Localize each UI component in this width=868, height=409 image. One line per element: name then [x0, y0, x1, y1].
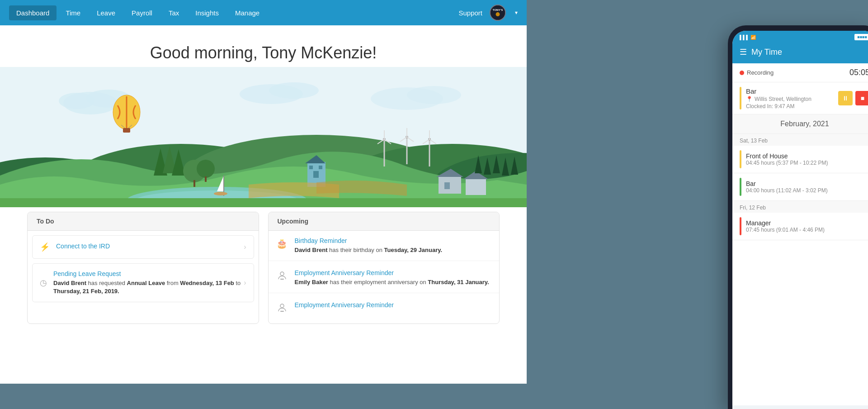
upcoming-item-anniversary-2[interactable]: Employment Anniversary Reminder [269, 295, 500, 322]
svg-rect-56 [466, 178, 486, 195]
upcoming-birthday-content: Birthday Reminder David Brent has their … [295, 237, 492, 254]
todo-card-header: To Do [28, 212, 259, 231]
svg-rect-55 [444, 182, 450, 189]
entry-time-manager: 07:45 hours (9:01 AM - 4:46 PM) [746, 227, 863, 233]
greeting-text: Good morning, Tony McKenzie! [0, 43, 527, 62]
recording-bar: Recording 05:05 [732, 63, 868, 82]
svg-rect-28 [193, 180, 195, 187]
svg-rect-65 [280, 279, 284, 280]
nav-item-leave[interactable]: Leave [90, 5, 123, 20]
upcoming-anniversary-1-desc: Emily Baker has their employment anniver… [295, 278, 492, 286]
phone-content: Recording 05:05 Bar 📍 Willis Street, Wel… [732, 63, 868, 405]
svg-rect-37 [319, 166, 322, 169]
pause-shift-button[interactable]: ⏸ [838, 91, 853, 105]
anniversary-icon-1 [276, 270, 288, 283]
entry-time-foh: 04:45 hours (5:37 PM - 10:22 PM) [746, 160, 863, 166]
svg-rect-63 [0, 198, 527, 207]
svg-rect-36 [309, 166, 313, 169]
entry-name-bar: Bar [746, 180, 863, 187]
upcoming-birthday-desc: David Brent has their birthday on Tuesda… [295, 246, 492, 254]
stop-shift-button[interactable]: ■ [855, 91, 868, 105]
svg-point-64 [280, 272, 284, 276]
svg-rect-29 [205, 176, 207, 182]
todo-ird-title: Connect to the IRD [56, 243, 244, 250]
entry-time-bar: 04:00 hours (11:02 AM - 3:02 PM) [746, 187, 863, 194]
svg-rect-67 [280, 311, 284, 312]
entry-bar-yellow [740, 150, 741, 168]
todo-ird-chevron: › [244, 243, 246, 251]
nav-item-manage[interactable]: Manage [228, 5, 267, 20]
date-label-sat: Sat, 13 Feb [732, 134, 868, 146]
shift-location: 📍 Willis Street, Wellington [746, 96, 834, 102]
recording-dot [740, 71, 744, 75]
entry-bar-red [740, 217, 741, 235]
entry-front-of-house[interactable]: Front of House 04:45 hours (5:37 PM - 10… [732, 146, 868, 173]
month-header: February, 2021 [732, 114, 868, 134]
phone-app-title: My Time [751, 48, 782, 57]
date-label-fri: Fri, 12 Feb [732, 201, 868, 213]
svg-point-8 [269, 82, 319, 99]
phone-signal: ▌▌▌ 📶 [740, 35, 756, 40]
upcoming-card: Upcoming 🎂 Birthday Reminder David Brent… [268, 212, 500, 324]
nav-item-dashboard[interactable]: Dashboard [9, 5, 57, 20]
entry-info-manager: Manager 07:45 hours (9:01 AM - 4:46 PM) [746, 219, 863, 233]
hero-illustration [0, 67, 527, 207]
nav-item-insights[interactable]: Insights [188, 5, 226, 20]
ird-icon: ⚡ [40, 242, 50, 252]
shift-color-bar [740, 87, 741, 109]
svg-point-27 [197, 160, 215, 178]
upcoming-item-anniversary-1[interactable]: Employment Anniversary Reminder Emily Ba… [269, 263, 500, 293]
avatar[interactable]: TONY'S [490, 5, 506, 21]
svg-rect-35 [313, 171, 319, 178]
recording-time: 05:05 [849, 68, 868, 77]
phone-status-bar: ▌▌▌ 📶 ■■■■ [732, 31, 868, 43]
entry-info-bar: Bar 04:00 hours (11:02 AM - 3:02 PM) [746, 180, 863, 194]
entry-name-foh: Front of House [746, 152, 863, 160]
entry-bar-shift[interactable]: Bar 04:00 hours (11:02 AM - 3:02 PM) › [732, 173, 868, 201]
leave-icon: ◷ [40, 278, 47, 288]
todo-leave-content: Pending Leave Request David Brent has re… [53, 270, 244, 295]
todo-leave-title: Pending Leave Request [53, 270, 244, 277]
svg-text:TONY'S: TONY'S [493, 8, 503, 11]
todo-leave-chevron: › [244, 279, 246, 287]
upcoming-card-body: 🎂 Birthday Reminder David Brent has thei… [269, 231, 500, 322]
nav-item-time[interactable]: Time [58, 5, 88, 20]
phone-app-header: ☰ My Time [732, 43, 868, 63]
entry-bar-green [740, 178, 741, 196]
phone-menu-icon[interactable]: ☰ [740, 47, 747, 57]
upcoming-anniversary-2-content: Employment Anniversary Reminder [295, 301, 492, 310]
upcoming-anniversary-1-content: Employment Anniversary Reminder Emily Ba… [295, 269, 492, 286]
svg-point-10 [407, 86, 461, 104]
entry-name-manager: Manager [746, 219, 863, 227]
phone-mockup: ▌▌▌ 📶 ■■■■ ☰ My Time Reco [728, 25, 868, 409]
shift-clocked-in: Clocked In: 9:47 AM [746, 103, 834, 109]
recording-text: Recording [747, 69, 774, 76]
recording-label: Recording [740, 69, 774, 76]
todo-item-leave[interactable]: ◷ Pending Leave Request David Brent has … [32, 263, 254, 302]
nav-dropdown-icon[interactable]: ▾ [515, 10, 518, 16]
entry-info-foh: Front of House 04:45 hours (5:37 PM - 10… [746, 152, 863, 166]
cards-section: To Do ⚡ Connect to the IRD › ◷ [0, 212, 527, 324]
todo-leave-desc: David Brent has requested Annual Leave f… [53, 279, 244, 295]
phone-battery: ■■■■ [854, 34, 868, 40]
upcoming-anniversary-1-title: Employment Anniversary Reminder [295, 269, 492, 276]
nav-right: Support TONY'S ▾ [458, 5, 518, 21]
upcoming-anniversary-2-title: Employment Anniversary Reminder [295, 301, 492, 309]
nav-item-payroll[interactable]: Payroll [124, 5, 160, 20]
nav-item-tax[interactable]: Tax [161, 5, 186, 20]
todo-card-body: ⚡ Connect to the IRD › ◷ Pending Leave R… [28, 231, 259, 311]
entry-manager[interactable]: Manager 07:45 hours (9:01 AM - 4:46 PM) … [732, 213, 868, 240]
greeting-section: Good morning, Tony McKenzie! [0, 25, 527, 62]
phone-screen: ▌▌▌ 📶 ■■■■ ☰ My Time Reco [732, 31, 868, 409]
active-shift: Bar 📍 Willis Street, Wellington Clocked … [732, 82, 868, 114]
svg-point-66 [280, 304, 284, 308]
upcoming-card-header: Upcoming [269, 212, 500, 231]
todo-ird-content: Connect to the IRD [56, 243, 244, 252]
svg-rect-13 [123, 128, 130, 133]
upcoming-item-birthday[interactable]: 🎂 Birthday Reminder David Brent has thei… [269, 231, 500, 261]
anniversary-icon-2 [276, 302, 288, 315]
todo-item-ird[interactable]: ⚡ Connect to the IRD › [32, 235, 254, 259]
location-pin-icon: 📍 [746, 96, 753, 102]
support-link[interactable]: Support [458, 9, 482, 17]
birthday-icon: 🎂 [276, 238, 288, 249]
